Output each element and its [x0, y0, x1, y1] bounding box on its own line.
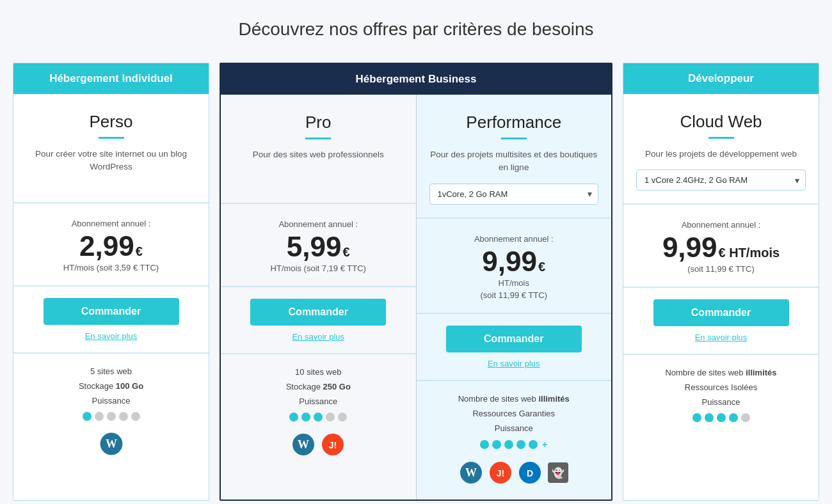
plan-pro: Pro Pour des sites web professionnels Ab…	[221, 95, 417, 500]
dot-filled-1	[692, 413, 701, 422]
plan-desc-perf: Pour des projets multisites et des bouti…	[429, 148, 599, 175]
plan-desc-perso: Pour créer votre site internet ou un blo…	[26, 148, 196, 174]
price-currency-perso: €	[136, 244, 143, 259]
sub-label-perf: Abonnement annuel :	[429, 234, 599, 244]
price-value-dev: 9,99	[662, 233, 717, 262]
svg-text:J!: J!	[329, 440, 337, 450]
dot-empty-1	[741, 413, 750, 422]
savoir-link-perf[interactable]: En savoir plus	[488, 359, 540, 368]
commander-button-perso[interactable]: Commander	[44, 298, 179, 325]
plan-actions-perf: Commander En savoir plus	[417, 314, 612, 381]
feature-power-label-pro: Puissance	[299, 397, 337, 406]
sub-label-dev: Abonnement annuel :	[636, 220, 806, 230]
price-period-perf: HT/mois	[429, 278, 599, 288]
joomla-icon-perf: J!	[489, 461, 512, 484]
dot-filled-5	[529, 440, 538, 449]
dot-empty-2	[107, 412, 116, 421]
power-dots-perso	[83, 412, 140, 421]
price-display-dev: 9,99 € HT/mois	[636, 233, 806, 262]
wordpress-icon-perf: W	[460, 461, 483, 484]
cms-icons-perso: W	[100, 432, 123, 455]
plan-underline-pro	[305, 138, 331, 139]
plan-name-dev: Cloud Web	[680, 112, 762, 132]
commander-button-dev[interactable]: Commander	[653, 299, 789, 326]
commander-button-perf[interactable]: Commander	[446, 326, 582, 352]
drupal-icon-perf: D	[518, 461, 541, 484]
plan-top-perf: Performance Pour des projets multisites …	[417, 95, 612, 218]
wordpress-icon-pro: W	[292, 433, 315, 456]
price-display-pro: 5,99 €	[234, 233, 403, 261]
plan-features-dev: Nombre de sites web illimités Ressources…	[623, 355, 819, 500]
plan-pricing-perf: Abonnement annuel : 9,99 € HT/mois (soit…	[417, 219, 612, 313]
business-plans-container: Pro Pour des sites web professionnels Ab…	[221, 95, 611, 500]
commander-button-pro[interactable]: Commander	[250, 299, 386, 326]
plan-pricing-perso: Abonnement annuel : 2,99 € HT/mois (soit…	[13, 203, 209, 286]
plan-top-dev: Cloud Web Pour les projets de développem…	[623, 94, 819, 204]
savoir-link-dev[interactable]: En savoir plus	[695, 333, 748, 342]
feature-sites-pro: 10 sites web	[295, 367, 341, 377]
feature-power-label-perf: Puissance	[495, 423, 533, 433]
header-individuel: Hébergement Individuel	[13, 63, 209, 94]
wordpress-icon: W	[100, 432, 123, 455]
power-plus-perf: +	[542, 439, 547, 450]
svg-text:W: W	[465, 466, 477, 479]
dot-filled-3	[314, 413, 323, 421]
feature-sites-perf: Nombre de sites web illimités	[458, 394, 570, 404]
dot-filled-2	[705, 413, 714, 422]
dot-empty-1	[95, 412, 104, 421]
plan-actions-dev: Commander En savoir plus	[623, 288, 819, 354]
dot-empty-4	[131, 412, 140, 421]
svg-text:D: D	[527, 468, 533, 478]
feature-power-label-perso: Puissance	[92, 396, 131, 406]
column-developpeur: Développeur Cloud Web Pour les projets d…	[623, 63, 819, 501]
plan-features-perso: 5 sites web Stockage 100 Go Puissance	[13, 354, 209, 500]
sub-label-perso: Abonnement annuel :	[26, 219, 196, 228]
price-display-perf: 9,99 €	[429, 248, 599, 276]
power-dots-pro	[289, 413, 347, 421]
dot-filled-1	[289, 413, 298, 421]
savoir-link-pro[interactable]: En savoir plus	[292, 332, 344, 342]
dot-filled-1	[480, 440, 489, 449]
plan-desc-dev: Pour les projets de développement web	[645, 148, 797, 161]
ghost-icon-perf: 👻	[548, 462, 568, 483]
price-display-perso: 2,99 €	[26, 232, 196, 260]
dot-filled-2	[492, 440, 501, 449]
feature-sites-dev: Nombre de sites web illimités	[665, 368, 776, 377]
dot-filled-4	[516, 440, 525, 449]
feature-ressources-dev: Ressources Isolées	[685, 382, 757, 392]
header-business: Hébergement Business	[221, 64, 611, 95]
price-ttc-perf: (soit 11,99 € TTC)	[429, 290, 599, 300]
price-currency-dev: € HT/mois	[719, 246, 780, 260]
dropdown-perf-wrapper[interactable]: 1vCore, 2 Go RAM 2vCore, 4 Go RAM 4vCore…	[429, 184, 599, 205]
feature-storage-pro: Stockage 250 Go	[286, 382, 351, 391]
feature-power-label-dev: Puissance	[702, 397, 740, 407]
svg-text:👻: 👻	[552, 467, 564, 479]
cms-icons-perf: W J! D 👻	[460, 461, 568, 484]
dot-empty-3	[119, 412, 128, 421]
plan-performance: Performance Pour des projets multisites …	[417, 95, 612, 500]
price-value-perf: 9,99	[482, 248, 537, 276]
cms-icons-pro: W J!	[292, 433, 344, 456]
power-dots-perf: +	[480, 439, 547, 450]
dot-filled-1	[83, 412, 92, 421]
joomla-icon-pro: J!	[321, 433, 344, 456]
dropdown-perf[interactable]: 1vCore, 2 Go RAM 2vCore, 4 Go RAM 4vCore…	[429, 184, 599, 205]
dot-filled-3	[717, 413, 726, 422]
dropdown-dev-wrapper[interactable]: 1 vCore 2.4GHz, 2 Go RAM 2 vCore 2.4GHz,…	[636, 169, 806, 191]
plan-name-perf: Performance	[466, 113, 561, 132]
dot-empty-1	[326, 413, 335, 421]
header-developpeur: Développeur	[623, 63, 819, 94]
plan-underline	[99, 137, 124, 139]
sub-label-pro: Abonnement annuel :	[234, 219, 403, 229]
plan-name-pro: Pro	[305, 113, 331, 132]
feature-ressources-perf: Ressources Garanties	[472, 409, 555, 418]
dropdown-dev[interactable]: 1 vCore 2.4GHz, 2 Go RAM 2 vCore 2.4GHz,…	[636, 169, 806, 191]
plan-underline-perf	[501, 138, 527, 139]
feature-storage-perso: Stockage 100 Go	[79, 381, 143, 391]
pricing-page: Découvrez nos offres par critères de bes…	[13, 19, 819, 501]
savoir-link-perso[interactable]: En savoir plus	[85, 331, 138, 341]
svg-text:J!: J!	[497, 468, 504, 478]
price-period-dev: (soit 11,99 € TTC)	[636, 264, 806, 274]
price-currency-pro: €	[343, 245, 350, 260]
svg-text:W: W	[106, 437, 117, 450]
